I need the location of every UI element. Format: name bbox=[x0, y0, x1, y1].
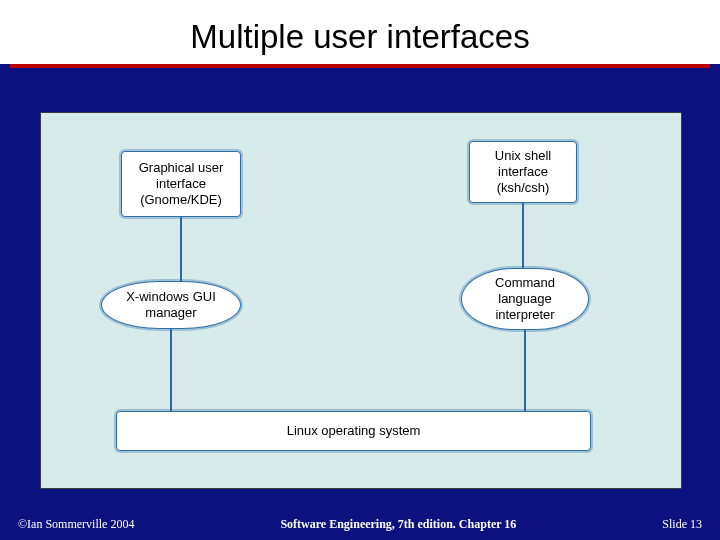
connector bbox=[522, 203, 524, 268]
box-gui: Graphical userinterface(Gnome/KDE) bbox=[121, 151, 241, 217]
diagram-canvas: Graphical userinterface(Gnome/KDE) Unix … bbox=[40, 112, 682, 489]
footer-copyright: ©Ian Sommerville 2004 bbox=[18, 517, 134, 532]
footer-chapter: Software Engineering, 7th edition. Chapt… bbox=[280, 517, 516, 532]
slide-title: Multiple user interfaces bbox=[0, 18, 720, 56]
box-unix-shell: Unix shellinterface(ksh/csh) bbox=[469, 141, 577, 203]
box-xwindows: X-windows GUImanager bbox=[101, 281, 241, 329]
title-rule bbox=[10, 64, 710, 68]
connector bbox=[524, 330, 526, 411]
footer: ©Ian Sommerville 2004 Software Engineeri… bbox=[0, 517, 720, 532]
connector bbox=[170, 329, 172, 411]
box-cli: Commandlanguageinterpreter bbox=[461, 268, 589, 330]
footer-slide-number: Slide 13 bbox=[662, 517, 702, 532]
box-linux-os: Linux operating system bbox=[116, 411, 591, 451]
title-area: Multiple user interfaces bbox=[0, 0, 720, 64]
connector bbox=[180, 217, 182, 281]
